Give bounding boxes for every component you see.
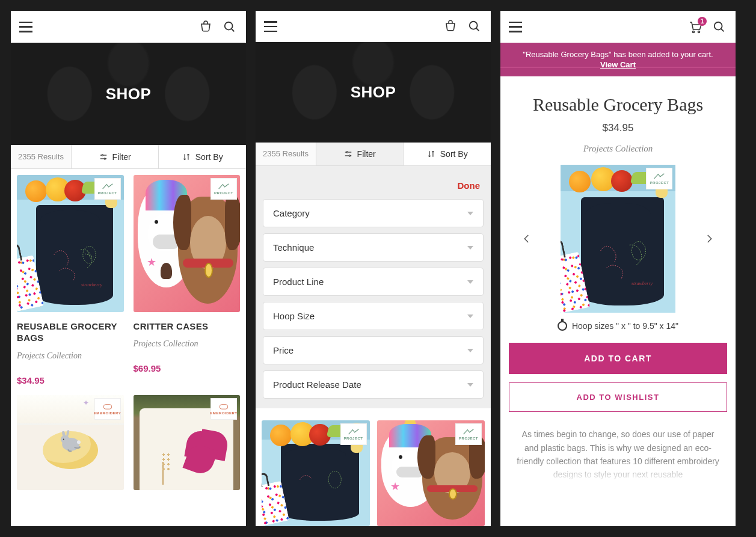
chevron-down-icon xyxy=(467,212,473,215)
toolbar: 2355 Results Filter Sort By xyxy=(11,145,246,169)
chevron-down-icon xyxy=(467,383,473,387)
screen-shop-grid: SHOP 2355 Results Filter Sort By strawbe… xyxy=(11,11,246,526)
result-count: 2355 Results xyxy=(11,145,72,168)
search-icon[interactable] xyxy=(467,19,482,34)
product-image: EMBROIDERY xyxy=(134,395,241,490)
filter-hoop-size[interactable]: Hoop Size xyxy=(263,302,484,330)
notice-text: "Reusable Grocery Bags" has been added t… xyxy=(523,50,713,59)
sort-label: Sort By xyxy=(195,152,223,162)
project-badge: PROJECT xyxy=(455,423,482,445)
product-image[interactable]: PROJECT xyxy=(262,420,370,526)
page-title: SHOP xyxy=(351,83,396,102)
view-cart-link[interactable]: View Cart xyxy=(518,60,718,69)
chevron-down-icon xyxy=(467,246,473,250)
filter-technique[interactable]: Technique xyxy=(263,233,484,262)
page-title: SHOP xyxy=(106,85,152,103)
menu-icon[interactable] xyxy=(509,22,522,32)
product-price: $34.95 xyxy=(500,122,736,134)
add-to-cart-button[interactable]: ADD TO CART xyxy=(509,343,727,374)
svg-point-10 xyxy=(77,440,81,444)
svg-line-23 xyxy=(721,28,724,31)
svg-point-9 xyxy=(63,439,64,440)
menu-icon[interactable] xyxy=(19,22,32,32)
filter-panel: Done Category Technique Product Line Hoo… xyxy=(256,166,491,408)
project-badge: PROJECT xyxy=(211,178,237,200)
screen-shop-filter: SHOP 2355 Results Filter Sort By Done Ca… xyxy=(256,11,491,526)
product-image: ✦ ✧ · EMBROIDERY xyxy=(17,395,124,490)
image-carousel: strawberry PROJECT xyxy=(518,165,718,313)
project-badge: PROJECT xyxy=(340,423,367,445)
menu-icon[interactable] xyxy=(264,21,277,32)
product-collection: Projects Collection xyxy=(134,339,241,349)
svg-point-21 xyxy=(698,31,700,32)
svg-point-4 xyxy=(102,154,103,155)
carousel-next[interactable] xyxy=(701,230,718,247)
filter-label: Filter xyxy=(112,152,131,162)
filter-done-button[interactable]: Done xyxy=(263,173,484,193)
carousel-prev[interactable] xyxy=(518,230,535,247)
hoop-icon xyxy=(558,321,567,331)
filter-category[interactable]: Category xyxy=(263,199,484,227)
chevron-down-icon xyxy=(467,315,473,318)
hoop-size-info: Hoop sizes " x " to 9.5" x 14" xyxy=(500,321,736,331)
result-count: 2355 Results xyxy=(256,143,316,165)
filter-button[interactable]: Filter xyxy=(72,145,159,168)
product-hero-image: strawberry PROJECT xyxy=(561,165,676,313)
product-card[interactable]: ★ PROJECT CRITTER CASES Projects Collect… xyxy=(134,175,241,385)
cart-icon[interactable]: 1 xyxy=(687,19,703,35)
chevron-down-icon xyxy=(467,280,473,284)
shop-hero: SHOP xyxy=(256,42,491,143)
project-badge: PROJECT xyxy=(646,168,672,189)
embroidery-badge: EMBROIDERY xyxy=(211,398,237,420)
product-card[interactable]: EMBROIDERY xyxy=(134,395,241,490)
cart-icon[interactable] xyxy=(443,19,458,34)
product-image: ★ PROJECT xyxy=(134,175,241,312)
product-price: $69.95 xyxy=(134,363,241,373)
sort-button[interactable]: Sort By xyxy=(404,143,491,165)
product-grid: strawberry PROJECT REUSABLE GROCERY BAGS… xyxy=(11,169,246,490)
svg-rect-12 xyxy=(220,404,227,409)
sort-button[interactable]: Sort By xyxy=(159,145,246,168)
svg-point-5 xyxy=(104,158,105,159)
screen-pdp: 1 "Reusable Grocery Bags" has been added… xyxy=(500,11,736,526)
cart-icon[interactable] xyxy=(198,19,214,35)
cart-added-notice: "Reusable Grocery Bags" has been added t… xyxy=(500,43,736,76)
add-to-wishlist-button[interactable]: ADD TO WISHLIST xyxy=(509,382,727,412)
product-collection: Projects Collection xyxy=(17,351,124,361)
embroidery-badge: EMBROIDERY xyxy=(94,398,121,420)
toolbar: 2355 Results Filter Sort By xyxy=(256,143,491,166)
product-card[interactable]: strawberry PROJECT REUSABLE GROCERY BAGS… xyxy=(17,175,124,385)
product-price: $34.95 xyxy=(17,375,124,385)
product-name: CRITTER CASES xyxy=(134,321,241,333)
header xyxy=(256,11,491,42)
svg-point-19 xyxy=(328,471,341,488)
product-card[interactable]: ✦ ✧ · EMBROIDERY xyxy=(17,395,124,490)
search-icon[interactable] xyxy=(711,19,727,35)
product-title: Reusable Grocery Bags xyxy=(512,94,724,115)
product-image[interactable]: ★ PROJECT xyxy=(377,420,485,526)
search-icon[interactable] xyxy=(222,19,238,35)
svg-point-13 xyxy=(470,22,478,29)
svg-point-0 xyxy=(225,22,233,29)
product-image: strawberry PROJECT xyxy=(17,175,124,312)
svg-rect-11 xyxy=(103,404,111,409)
svg-point-17 xyxy=(346,152,348,153)
filter-price[interactable]: Price xyxy=(263,336,484,364)
filter-release-date[interactable]: Product Release Date xyxy=(263,370,484,399)
filter-product-line[interactable]: Product Line xyxy=(263,268,484,296)
svg-point-22 xyxy=(715,22,722,29)
cart-count-badge: 1 xyxy=(698,17,707,26)
product-collection: Projects Collection xyxy=(500,144,736,154)
svg-line-14 xyxy=(476,28,479,31)
filter-label: Filter xyxy=(357,149,376,159)
shop-hero: SHOP xyxy=(11,43,246,145)
sort-label: Sort By xyxy=(440,149,468,159)
chevron-down-icon xyxy=(467,349,473,352)
header: 1 xyxy=(500,11,736,43)
svg-point-18 xyxy=(349,155,350,156)
product-description: As times begin to change, so does our us… xyxy=(515,428,721,482)
svg-point-24 xyxy=(632,242,646,260)
filter-button[interactable]: Filter xyxy=(316,143,404,165)
product-grid: PROJECT ★ PROJECT xyxy=(256,414,491,526)
project-badge: PROJECT xyxy=(94,178,121,200)
